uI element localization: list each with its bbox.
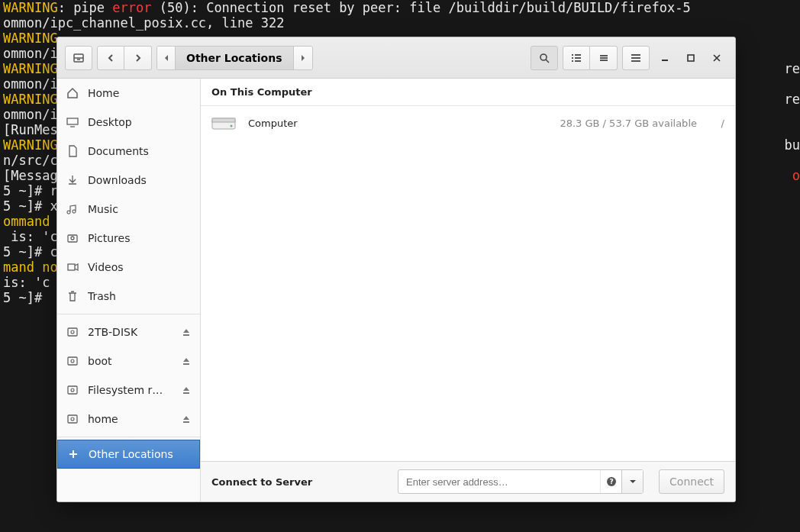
connect-button[interactable]: Connect	[659, 469, 724, 494]
sidebar-item-disk-home[interactable]: home	[57, 405, 200, 434]
drive-mountpoint: /	[709, 118, 724, 129]
svg-point-29	[71, 389, 74, 392]
eject-icon[interactable]	[182, 385, 191, 395]
path-next[interactable]	[294, 47, 312, 69]
minimize-button[interactable]	[654, 46, 676, 70]
sidebar-separator	[57, 314, 200, 314]
sidebar-item-videos[interactable]: Videos	[57, 253, 200, 282]
music-icon	[66, 203, 79, 215]
eject-icon[interactable]	[182, 414, 191, 424]
sidebar-item-label: boot	[88, 355, 112, 367]
svg-rect-30	[68, 415, 77, 423]
maximize-icon	[687, 54, 695, 62]
video-icon	[66, 261, 79, 273]
svg-rect-15	[631, 57, 640, 59]
help-icon[interactable]: ?	[600, 470, 621, 493]
sidebar-item-disk-boot[interactable]: boot	[57, 347, 200, 376]
search-button[interactable]	[531, 46, 558, 70]
sidebar-item-label: Documents	[88, 145, 149, 157]
desktop-icon	[66, 116, 79, 128]
titlebar: Other Locations	[57, 37, 735, 79]
connect-footer: Connect to Server ? Connect	[201, 461, 735, 501]
drive-row-computer[interactable]: Computer 28.3 GB / 53.7 GB available /	[201, 106, 735, 140]
trash-icon	[66, 290, 79, 302]
sidebar-item-desktop[interactable]: Desktop	[57, 108, 200, 137]
svg-point-31	[71, 418, 74, 421]
sidebar-separator	[57, 437, 200, 437]
connect-label: Connect to Server	[211, 476, 312, 488]
server-history-dropdown[interactable]	[621, 470, 643, 493]
sidebar-item-label: Videos	[88, 261, 124, 273]
sidebar-item-label: Desktop	[88, 116, 132, 128]
svg-rect-10	[575, 60, 581, 62]
svg-rect-8	[575, 57, 581, 59]
close-icon	[713, 54, 721, 62]
path-bar: Other Locations	[156, 46, 313, 70]
forward-button[interactable]	[124, 46, 152, 70]
open-dialog-button[interactable]	[65, 46, 92, 70]
minimize-icon	[661, 54, 669, 62]
sidebar-item-documents[interactable]: Documents	[57, 137, 200, 166]
plus-icon	[67, 449, 79, 459]
drive-availability: 28.3 GB / 53.7 GB available	[560, 118, 697, 129]
svg-rect-26	[68, 357, 77, 365]
drive-icon	[66, 326, 79, 338]
chevron-down-icon	[629, 479, 637, 484]
maximize-button[interactable]	[680, 46, 702, 70]
list-icon	[571, 53, 582, 63]
svg-point-34	[231, 125, 233, 127]
svg-rect-9	[572, 60, 573, 62]
section-heading: On This Computer	[201, 79, 735, 106]
view-group	[563, 46, 618, 70]
svg-point-25	[71, 330, 74, 334]
main-content: On This Computer Computer 28.3 GB / 53.7…	[201, 79, 735, 501]
empty-area	[201, 140, 735, 461]
path-current[interactable]: Other Locations	[176, 47, 294, 69]
sidebar-item-home[interactable]: Home	[57, 79, 200, 108]
svg-rect-18	[688, 55, 694, 61]
sidebar-item-music[interactable]: Music	[57, 195, 200, 224]
pictures-icon	[66, 232, 79, 244]
drive-icon	[66, 384, 79, 396]
svg-rect-5	[572, 54, 573, 56]
svg-rect-7	[572, 57, 573, 59]
places-sidebar: Home Desktop Documents Downloads Music P…	[57, 79, 201, 501]
sidebar-item-trash[interactable]: Trash	[57, 282, 200, 311]
back-button[interactable]	[97, 46, 124, 70]
drive-name: Computer	[248, 118, 298, 129]
triangle-left-icon	[163, 54, 169, 62]
sidebar-item-other-locations[interactable]: Other Locations	[57, 440, 200, 469]
files-window: Other Locations	[56, 37, 736, 502]
svg-point-22	[71, 237, 74, 240]
sidebar-item-label: 2TB-DISK	[88, 326, 137, 338]
svg-rect-17	[662, 60, 668, 61]
harddrive-icon	[211, 114, 236, 132]
eject-icon[interactable]	[182, 356, 191, 366]
svg-rect-14	[631, 54, 640, 56]
svg-rect-6	[575, 54, 581, 56]
path-prev[interactable]	[157, 47, 176, 69]
triangle-right-icon	[300, 54, 306, 62]
server-address-input[interactable]	[398, 470, 600, 493]
svg-rect-16	[631, 60, 640, 62]
svg-rect-19	[67, 118, 78, 124]
home-icon	[66, 87, 79, 99]
svg-line-4	[546, 60, 549, 63]
svg-point-27	[71, 360, 74, 363]
drive-icon	[66, 355, 79, 367]
sidebar-item-disk-fsroot[interactable]: Filesystem r…	[57, 376, 200, 405]
sidebar-item-pictures[interactable]: Pictures	[57, 224, 200, 253]
view-list-button[interactable]	[563, 46, 590, 70]
sidebar-item-disk-2tb[interactable]: 2TB-DISK	[57, 318, 200, 347]
sidebar-item-label: home	[88, 413, 118, 425]
server-address-input-wrap: ?	[398, 469, 644, 494]
sidebar-item-label: Pictures	[88, 232, 130, 244]
hamburger-menu-button[interactable]	[622, 46, 650, 70]
close-button[interactable]	[706, 46, 727, 70]
view-more-button[interactable]	[590, 46, 618, 70]
sidebar-item-downloads[interactable]: Downloads	[57, 166, 200, 195]
svg-rect-11	[600, 55, 608, 56]
sidebar-item-label: Filesystem r…	[88, 384, 163, 396]
eject-icon[interactable]	[182, 327, 191, 337]
svg-text:?: ?	[609, 478, 613, 485]
